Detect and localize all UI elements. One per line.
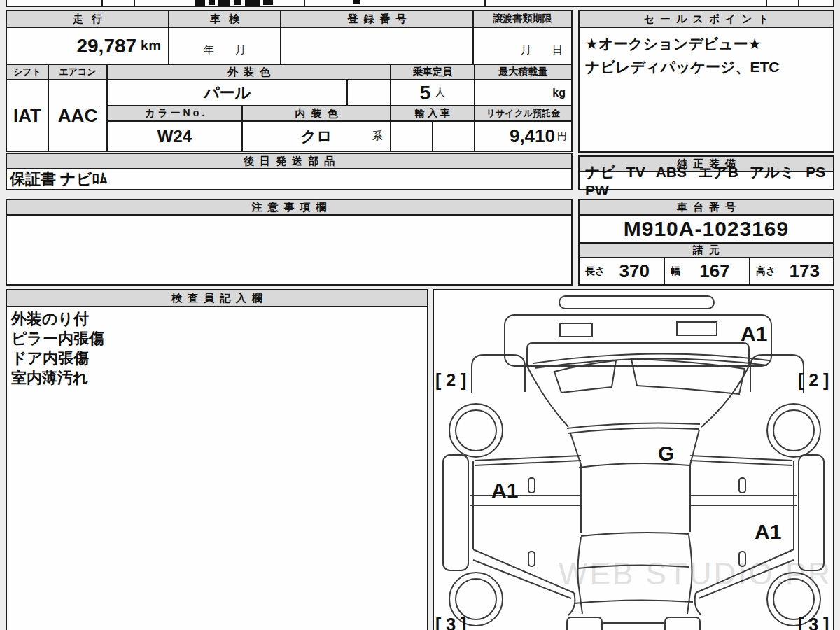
inspection-value: 年 月 bbox=[204, 43, 246, 57]
recycle-unit: 円 bbox=[557, 130, 567, 143]
spec-width-value: 167 bbox=[680, 260, 749, 282]
inspector-note: 室内薄汚れ bbox=[11, 368, 423, 388]
spec-height-cell: 高さ 173 bbox=[749, 257, 834, 286]
cautions-header: 注意事項欄 bbox=[6, 199, 573, 216]
cutoff-text-fragment bbox=[353, 0, 360, 4]
inspection-value-cell: 年 月 bbox=[168, 27, 281, 65]
mileage-value: 29,787 bbox=[76, 35, 136, 57]
mileage-header: 走行 bbox=[6, 10, 169, 28]
shift-header: シフト bbox=[6, 64, 49, 80]
chassis-header: 車台番号 bbox=[578, 199, 834, 216]
shift-label: シフト bbox=[13, 66, 41, 78]
damage-diagram-box: WEB STUDIO.PRO bbox=[433, 289, 834, 630]
aircon-value-cell: AAC bbox=[48, 79, 108, 152]
registration-value-cell bbox=[280, 27, 474, 65]
exterior-color-value: パール bbox=[204, 83, 251, 104]
interior-color-suffix: 系 bbox=[372, 130, 383, 143]
cautions-label: 注意事項欄 bbox=[246, 201, 332, 214]
equipment-value: ナビ TV ABS エアB アルミ PS PW bbox=[585, 162, 833, 199]
right-quarter-mark: A1 bbox=[755, 520, 781, 543]
windshield-left bbox=[554, 360, 616, 393]
left-door-mark: A1 bbox=[491, 479, 518, 502]
chassis-value: M910A-1023169 bbox=[624, 217, 790, 241]
front-left-tire-mark: [ 2 ] bbox=[435, 370, 466, 390]
front-lamp-left bbox=[560, 323, 592, 337]
front-left-fender bbox=[472, 355, 525, 393]
sales-point-body: ★オークションデビュー★ ナビレディパッケージ、ETC bbox=[578, 27, 834, 153]
recycle-value: 9,410 bbox=[510, 125, 555, 147]
cutoff-divider bbox=[134, 0, 135, 6]
chassis-value-cell: M910A-1023169 bbox=[578, 214, 834, 244]
recycle-value-cell: 9,410 円 bbox=[474, 120, 573, 152]
front-right-tire-mark: [ 2 ] bbox=[798, 370, 829, 390]
transfer-value-cell: 月 日 bbox=[472, 27, 573, 65]
aircon-label: エアコン bbox=[59, 66, 96, 78]
sales-point-line1: ★オークションデビュー★ bbox=[585, 32, 827, 55]
import-value-cell bbox=[390, 120, 475, 152]
cutoff-text-fragment bbox=[209, 0, 215, 5]
cutoff-text-fragment bbox=[218, 0, 230, 6]
cutoff-divider bbox=[102, 0, 103, 6]
rear-bumper-bar bbox=[602, 623, 665, 630]
transfer-header: 譲渡書類期限 bbox=[472, 10, 573, 28]
inspector-note: ピラー内張傷 bbox=[11, 329, 423, 349]
equipment-value-cell: ナビ TV ABS エアB アルミ PS PW bbox=[578, 171, 834, 190]
front-right-fender bbox=[750, 355, 804, 393]
spec-length-value: 370 bbox=[605, 260, 664, 282]
spec-height-value: 173 bbox=[776, 260, 833, 282]
spec-length-cell: 長さ 370 bbox=[578, 257, 665, 286]
right-front-door-handle bbox=[739, 478, 746, 493]
mileage-value-cell: 29,787 km bbox=[6, 27, 169, 65]
cutoff-top-row bbox=[6, 0, 834, 7]
inspector-label: 検査員記入欄 bbox=[166, 292, 268, 305]
import-label: 輸入車 bbox=[412, 107, 453, 120]
mileage-label: 走行 bbox=[64, 13, 111, 26]
color-no-value-cell: W24 bbox=[106, 120, 243, 152]
cutoff-text-fragment bbox=[263, 0, 273, 5]
windshield-right bbox=[631, 359, 745, 394]
later-parts-header: 後日発送部品 bbox=[6, 153, 573, 169]
rear-bumper-left bbox=[567, 617, 602, 630]
transfer-label: 譲渡書類期限 bbox=[493, 13, 552, 25]
exterior-color-label: 外装色 bbox=[222, 66, 276, 79]
interior-color-label: 内装色 bbox=[290, 107, 344, 120]
cutoff-divider bbox=[304, 0, 305, 6]
interior-color-value-cell: クロ 系 bbox=[241, 120, 391, 152]
sales-point-line2: ナビレディパッケージ、ETC bbox=[585, 55, 827, 78]
registration-header: 登録番号 bbox=[280, 10, 474, 28]
color-no-header: カラーNo. bbox=[106, 105, 243, 122]
maxload-value-cell: kg bbox=[474, 79, 573, 106]
auction-sheet: 走行 車検 登録番号 譲渡書類期限 29,787 km 年 月 月 日 シフト … bbox=[0, 0, 840, 630]
front-right-wheel bbox=[767, 404, 820, 457]
maxload-unit: kg bbox=[552, 87, 566, 99]
left-rear-door-handle bbox=[528, 552, 535, 566]
shift-value-cell: IAT bbox=[6, 79, 49, 152]
cutoff-divider bbox=[798, 0, 799, 6]
cutoff-text-fragment bbox=[234, 0, 241, 5]
front-bumper-mark: A1 bbox=[741, 322, 767, 345]
exterior-color-value-cell: パール bbox=[106, 79, 348, 106]
interior-color-value: クロ bbox=[300, 126, 332, 147]
recycle-label: リサイクル預託金 bbox=[486, 107, 561, 120]
cutoff-text-fragment bbox=[195, 0, 205, 6]
rear-right-tire-mark: [ 3 ] bbox=[798, 615, 829, 630]
later-parts-value-cell: 保証書 ナビﾛﾑ bbox=[6, 168, 573, 190]
color-no-value: W24 bbox=[158, 127, 192, 146]
capacity-value: 5 bbox=[420, 82, 431, 104]
recycle-header: リサイクル預託金 bbox=[474, 105, 573, 122]
inspection-label: 車検 bbox=[202, 13, 248, 26]
inspector-header: 検査員記入欄 bbox=[6, 289, 428, 307]
cutoff-text-fragment bbox=[245, 0, 260, 6]
mileage-unit: km bbox=[141, 38, 161, 54]
rear-bumper-right bbox=[665, 617, 700, 630]
spec-width-label: 幅 bbox=[671, 265, 680, 278]
spec-width-cell: 幅 167 bbox=[664, 257, 750, 286]
inspector-note: 外装のり付 bbox=[11, 309, 423, 329]
inspector-body: 外装のり付 ピラー内張傷 ドア内張傷 室内薄汚れ bbox=[6, 306, 428, 630]
aircon-header: エアコン bbox=[48, 64, 108, 80]
import-cell-divider bbox=[432, 122, 433, 150]
cutoff-divider bbox=[484, 0, 486, 6]
rear-left-tire-mark: [ 3 ] bbox=[435, 615, 466, 630]
later-parts-value: 保証書 ナビﾛﾑ bbox=[10, 169, 107, 190]
inspector-note: ドア内張傷 bbox=[11, 349, 423, 368]
